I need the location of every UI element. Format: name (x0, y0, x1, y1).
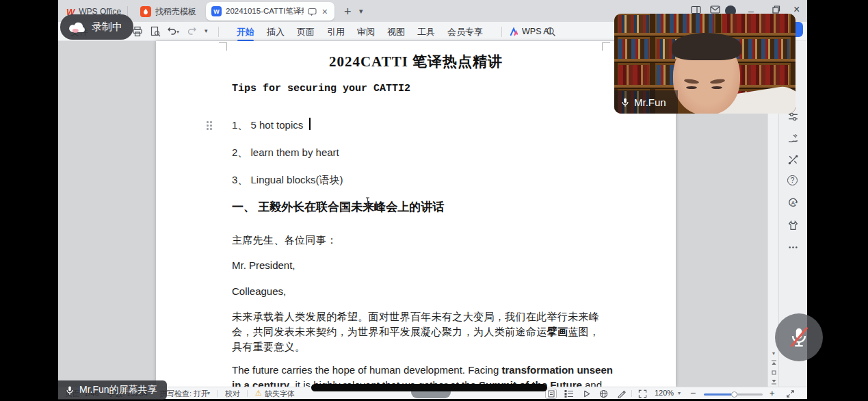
screen-share-label: Mr.Fun的屏幕共享 (58, 380, 167, 400)
webcam-name-tag: Mr.Fun (614, 90, 678, 114)
docer-flame-icon (140, 6, 151, 17)
redo-icon[interactable] (187, 26, 198, 37)
new-tab-button[interactable]: + (344, 5, 352, 19)
more-tools-chevron-icon[interactable]: ▾ (205, 27, 208, 34)
list-item: 2、 learn them by heart (232, 146, 339, 159)
paragraph: 主席先生、各位同事： (232, 234, 337, 247)
menu-reference[interactable]: 引用 (321, 25, 351, 39)
translate-icon[interactable]: A (787, 197, 800, 209)
doc-title: 2024CATTI 笔译热点精讲 (156, 52, 676, 71)
zoom-chevron-icon[interactable]: ▾ (678, 390, 681, 396)
fit-page-icon[interactable] (638, 389, 647, 398)
page-view-mode-button[interactable] (545, 389, 557, 399)
paragraph: Mr. President, (232, 259, 295, 271)
previous-page-icon[interactable] (770, 359, 778, 367)
play-presentation-icon[interactable] (582, 389, 591, 398)
signature-icon[interactable] (787, 133, 800, 145)
toolbar-divider (501, 27, 502, 37)
tab-label: 找稻壳模板 (155, 6, 196, 18)
recording-badge[interactable]: 录制中 (60, 14, 133, 40)
cloud-record-icon (68, 21, 86, 34)
wps-ai-button[interactable]: WPS AI (510, 27, 551, 36)
doc-heading: 一、 王毅外长在联合国未来峰会上的讲话 (232, 199, 444, 215)
mic-icon (620, 97, 630, 107)
tab-docer-templates[interactable]: 找稻壳模板 (135, 3, 202, 20)
tools-icon[interactable] (787, 154, 800, 166)
print-preview-icon[interactable] (150, 26, 161, 37)
mic-muted-icon (787, 325, 811, 350)
next-page-icon[interactable] (770, 377, 778, 385)
spellcheck-toggle[interactable]: 拼写检查: 打开 (159, 389, 209, 399)
menu-page[interactable]: 页面 (291, 25, 321, 39)
document-page[interactable]: 2024CATTI 笔译热点精讲 Tips for securing your … (156, 41, 676, 387)
recording-label: 录制中 (92, 21, 122, 34)
doc-w-icon: W (211, 6, 222, 16)
menu-home[interactable]: 开始 (231, 25, 261, 39)
fullscreen-icon[interactable] (786, 389, 795, 398)
paragraph-line: 具有重要意义。 (232, 341, 305, 354)
zoom-slider[interactable] (704, 393, 763, 396)
ink-pen-icon[interactable] (617, 389, 626, 398)
tab-list-chevron-icon[interactable]: ▾ (359, 7, 363, 16)
paragraph-line: The future carries the hope of human dev… (232, 364, 613, 376)
message-icon[interactable] (710, 5, 720, 14)
menu-tools[interactable]: 工具 (411, 25, 441, 39)
paragraph: Colleagues, (232, 285, 286, 297)
menu-tabs: 开始 插入 页面 引用 审阅 视图 工具 会员专享 (231, 25, 489, 39)
person-hair (672, 33, 741, 60)
tab-close-icon[interactable]: × (321, 7, 329, 16)
paragraph-line: 会，共同发表未来契约，为世界和平发展凝心聚力，为人类前途命运擘画蓝图， (232, 326, 599, 339)
tab-comment-icon[interactable] (308, 8, 317, 16)
browse-object-icon[interactable] (770, 368, 778, 376)
doc-subtitle: Tips for securing your CATTI2 (232, 83, 410, 94)
help-icon[interactable]: ? (787, 175, 798, 185)
ibeam-cursor (365, 197, 371, 207)
svg-text:W: W (213, 8, 220, 15)
tab-divider (127, 6, 128, 16)
drag-handle-icon[interactable] (207, 121, 213, 130)
zoom-level[interactable]: 120% (655, 389, 674, 397)
wps-ai-logo-icon (510, 27, 518, 36)
missing-font-warning[interactable]: 缺失字体 (265, 389, 295, 399)
undo-dropdown-icon[interactable]: ▾ (176, 29, 179, 35)
search-icon[interactable] (546, 27, 556, 37)
print-icon[interactable] (132, 26, 143, 37)
toolbar-divider (218, 27, 219, 37)
redaction-bar (311, 384, 547, 391)
outline-view-icon[interactable] (564, 389, 574, 398)
webcam-video: Mr.Fun (614, 14, 795, 114)
paragraph-line: 未来承载着人类发展的希望。面对世界百年未有之大变局，我们在此举行未来峰 (232, 311, 599, 324)
zoom-out-button[interactable]: − (690, 387, 696, 398)
menu-view[interactable]: 视图 (381, 25, 411, 39)
spellcheck-chevron-icon[interactable]: ▾ (207, 390, 210, 396)
menu-member[interactable]: 会员专享 (441, 25, 489, 39)
margin-mark (219, 42, 227, 51)
text-caret (309, 118, 311, 130)
menu-review[interactable]: 审阅 (351, 25, 381, 39)
svg-text:A: A (791, 200, 795, 206)
scroll-down-icon[interactable]: ▾ (770, 349, 778, 357)
more-icon[interactable] (787, 242, 800, 254)
restore-icon[interactable] (772, 5, 780, 14)
list-item: 3、 Lingual blocks(语块) (232, 174, 343, 187)
undo-icon[interactable] (166, 26, 177, 37)
proofread-button[interactable]: 校对 (225, 389, 240, 399)
close-icon[interactable]: × (793, 3, 800, 16)
list-item: 1、 5 hot topics (232, 119, 303, 132)
menu-insert[interactable]: 插入 (261, 25, 291, 39)
mic-icon (65, 385, 75, 396)
tab-label: 20241015-CATTI笔译热点精讲 (226, 6, 304, 16)
zoom-in-button[interactable]: + (770, 388, 775, 398)
mute-microphone-button[interactable] (775, 313, 823, 361)
margin-mark (602, 42, 610, 51)
theme-skin-icon[interactable] (787, 220, 800, 232)
warning-icon: ⚠ (255, 389, 262, 398)
web-layout-icon[interactable] (599, 389, 608, 398)
zoom-slider-thumb[interactable] (731, 391, 737, 398)
tab-active-document[interactable]: W 20241015-CATTI笔译热点精讲 × (206, 2, 334, 21)
